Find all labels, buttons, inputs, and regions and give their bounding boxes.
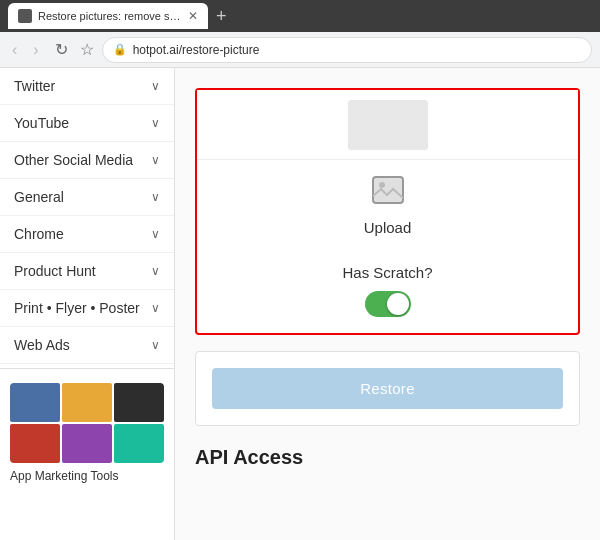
restore-button[interactable]: Restore: [212, 368, 563, 409]
main-content: Upload Has Scratch? Restore API Access: [175, 68, 600, 540]
sidebar-item-chrome[interactable]: Chrome ∨: [0, 216, 174, 253]
chevron-down-icon: ∨: [151, 153, 160, 167]
sidebar-item-web-ads[interactable]: Web Ads ∨: [0, 327, 174, 364]
image-upload-icon: [372, 176, 404, 211]
address-bar[interactable]: 🔒 hotpot.ai/restore-picture: [102, 37, 592, 63]
chevron-down-icon: ∨: [151, 301, 160, 315]
thumb-cell: [62, 424, 112, 463]
restore-button-area: Restore: [195, 351, 580, 426]
sidebar-divider: [0, 368, 174, 369]
url-text: hotpot.ai/restore-picture: [133, 43, 260, 57]
tab-title: Restore pictures: remove scratch: [38, 10, 182, 22]
sidebar-item-label: General: [14, 189, 64, 205]
tab-favicon: [18, 9, 32, 23]
sidebar-item-other-social-media[interactable]: Other Social Media ∨: [0, 142, 174, 179]
back-button[interactable]: ‹: [8, 39, 21, 61]
sidebar-item-label: Print • Flyer • Poster: [14, 300, 140, 316]
new-tab-button[interactable]: +: [212, 6, 231, 27]
toggle-track: [365, 291, 411, 317]
forward-button[interactable]: ›: [29, 39, 42, 61]
sidebar-item-product-hunt[interactable]: Product Hunt ∨: [0, 253, 174, 290]
toggle-thumb: [387, 293, 409, 315]
sidebar-item-twitter[interactable]: Twitter ∨: [0, 68, 174, 105]
tab-area: Restore pictures: remove scratch ✕ +: [8, 3, 231, 29]
tab-close-icon[interactable]: ✕: [188, 9, 198, 23]
thumbnail-label: App Marketing Tools: [10, 469, 164, 483]
api-section: API Access: [195, 442, 580, 469]
sidebar-item-label: Chrome: [14, 226, 64, 242]
chevron-down-icon: ∨: [151, 338, 160, 352]
upload-label: Upload: [364, 219, 412, 236]
thumb-cell: [10, 383, 60, 422]
thumb-cell: [114, 424, 164, 463]
svg-rect-0: [373, 177, 403, 203]
sidebar-item-label: Product Hunt: [14, 263, 96, 279]
sidebar-item-general[interactable]: General ∨: [0, 179, 174, 216]
has-scratch-label: Has Scratch?: [342, 264, 432, 281]
thumb-cell: [10, 424, 60, 463]
sidebar-item-youtube[interactable]: YouTube ∨: [0, 105, 174, 142]
preview-placeholder: [348, 100, 428, 150]
upload-section[interactable]: Upload: [197, 160, 578, 252]
sidebar-item-print-flyer-poster[interactable]: Print • Flyer • Poster ∨: [0, 290, 174, 327]
lock-icon: 🔒: [113, 43, 127, 56]
upload-card: Upload Has Scratch?: [195, 88, 580, 335]
chevron-down-icon: ∨: [151, 264, 160, 278]
thumb-cell: [114, 383, 164, 422]
browser-titlebar: Restore pictures: remove scratch ✕ +: [0, 0, 600, 32]
refresh-button[interactable]: ↻: [51, 38, 72, 61]
sidebar-item-label: Other Social Media: [14, 152, 133, 168]
browser-toolbar: ‹ › ↻ ☆ 🔒 hotpot.ai/restore-picture: [0, 32, 600, 68]
bookmark-button[interactable]: ☆: [80, 40, 94, 59]
preview-area: [197, 90, 578, 160]
has-scratch-section: Has Scratch?: [197, 252, 578, 333]
thumbnail-grid: [10, 383, 164, 463]
svg-point-1: [379, 182, 385, 188]
sidebar: Twitter ∨ YouTube ∨ Other Social Media ∨…: [0, 68, 175, 540]
chevron-down-icon: ∨: [151, 79, 160, 93]
chevron-down-icon: ∨: [151, 116, 160, 130]
chevron-down-icon: ∨: [151, 227, 160, 241]
has-scratch-toggle[interactable]: [365, 291, 411, 317]
sidebar-item-label: Twitter: [14, 78, 55, 94]
sidebar-thumbnail[interactable]: App Marketing Tools: [0, 373, 174, 493]
sidebar-item-label: YouTube: [14, 115, 69, 131]
chevron-down-icon: ∨: [151, 190, 160, 204]
api-title: API Access: [195, 446, 303, 468]
thumb-cell: [62, 383, 112, 422]
sidebar-item-label: Web Ads: [14, 337, 70, 353]
main-layout: Twitter ∨ YouTube ∨ Other Social Media ∨…: [0, 68, 600, 540]
active-tab[interactable]: Restore pictures: remove scratch ✕: [8, 3, 208, 29]
